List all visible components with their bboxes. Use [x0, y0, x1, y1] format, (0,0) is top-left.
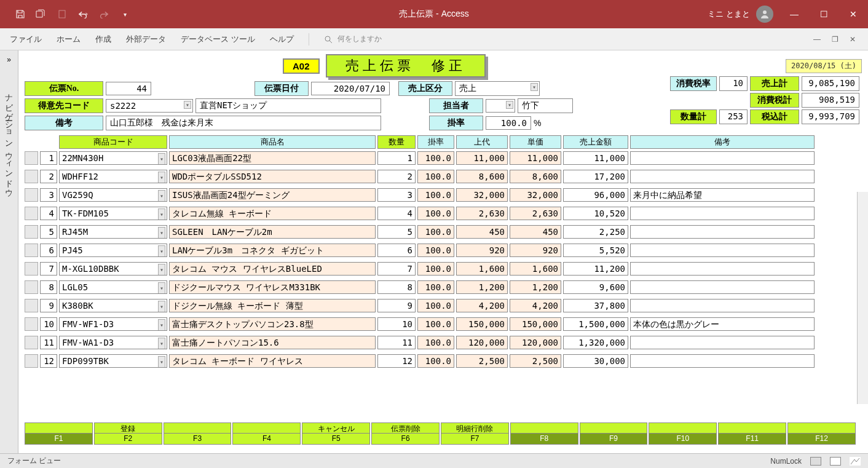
row-remark-field[interactable]	[630, 280, 815, 294]
fkey-label[interactable]	[25, 422, 93, 434]
list-price-field[interactable]: 4,200	[456, 299, 508, 312]
qty-field[interactable]: 7	[377, 262, 416, 276]
rate-field[interactable]: 100.0	[417, 354, 454, 368]
row-selector[interactable]	[25, 244, 38, 257]
ribbon-tab-home[interactable]: ホーム	[57, 34, 81, 45]
list-price-field[interactable]: 1,600	[456, 262, 508, 276]
product-name-field[interactable]: 富士痛デスクトップパソコン23.8型	[169, 317, 376, 331]
qty-field[interactable]: 12	[377, 354, 416, 368]
fkey-F9[interactable]: F9	[580, 434, 648, 445]
user-avatar-icon[interactable]	[756, 6, 773, 23]
row-selector[interactable]	[25, 280, 38, 294]
fkey-label[interactable]	[510, 422, 578, 434]
rate-field[interactable]: 100.0	[417, 151, 454, 165]
row-selector[interactable]	[25, 317, 38, 331]
ribbon-tab-external[interactable]: 外部データ	[126, 34, 166, 45]
tellme-search[interactable]: 何をしますか	[324, 34, 382, 44]
rep-code-field[interactable]: 5	[486, 99, 515, 113]
product-name-field[interactable]: ドジクール無線 キーボード 薄型	[169, 299, 376, 312]
product-code-field[interactable]: WDHFF12	[59, 170, 167, 183]
maximize-button[interactable]: ☐	[809, 0, 838, 28]
row-remark-field[interactable]	[630, 207, 815, 220]
unit-price-field[interactable]: 120,000	[510, 336, 561, 349]
navpane-toggle-icon[interactable]: »	[7, 55, 11, 64]
qty-field[interactable]: 3	[377, 188, 416, 202]
ribbon-tab-create[interactable]: 作成	[95, 34, 111, 45]
fkey-label[interactable]: 登録	[94, 422, 162, 434]
qty-field[interactable]: 6	[377, 244, 416, 257]
fkey-F4[interactable]: F4	[232, 434, 301, 445]
qty-field[interactable]: 9	[377, 299, 416, 312]
product-code-field[interactable]: K380BK	[59, 299, 167, 312]
navigation-pane[interactable]: » ナビゲーション ウィンドウ	[0, 50, 18, 453]
ribbon-tab-help[interactable]: ヘルプ	[270, 34, 294, 45]
save-icon[interactable]	[15, 9, 26, 20]
row-remark-field[interactable]: 本体の色は黒かグレー	[630, 317, 815, 331]
rate-field[interactable]: 100.0	[417, 244, 454, 257]
rate-field[interactable]: 100.0	[417, 317, 454, 331]
rate-field[interactable]: 100.0	[417, 207, 454, 220]
fkey-label[interactable]	[164, 422, 232, 434]
row-remark-field[interactable]	[630, 151, 815, 165]
product-name-field[interactable]: タレコム マウス ワイヤレスBlueLED	[169, 262, 376, 276]
fkey-label[interactable]	[718, 422, 786, 434]
fkey-F11[interactable]: F11	[718, 434, 786, 445]
rate-field[interactable]: 100.0	[417, 280, 454, 294]
product-name-field[interactable]: WDDポータブルSSD512	[169, 170, 376, 183]
rep-name-field[interactable]: 竹下	[518, 98, 573, 113]
row-remark-field[interactable]	[630, 299, 815, 312]
ribbon-tab-dbtools[interactable]: データベース ツール	[181, 34, 255, 45]
customer-code-field[interactable]: s2222	[106, 99, 193, 113]
remark-field[interactable]: 山口五郎様 残金は来月末	[106, 116, 381, 130]
fkey-F1[interactable]: F1	[25, 434, 93, 445]
qty-field[interactable]: 5	[377, 225, 416, 239]
fkey-F3[interactable]: F3	[164, 434, 232, 445]
list-price-field[interactable]: 2,500	[456, 354, 508, 368]
product-code-field[interactable]: PJ45	[59, 244, 167, 257]
product-code-field[interactable]: FMV-WF1-D3	[59, 317, 167, 331]
unit-price-field[interactable]: 32,000	[510, 188, 561, 202]
row-remark-field[interactable]	[630, 225, 815, 239]
product-code-field[interactable]: M-XGL10DBBK	[59, 262, 167, 276]
list-price-field[interactable]: 11,000	[456, 151, 508, 165]
close-button[interactable]: ✕	[838, 0, 868, 28]
fkey-F7[interactable]: F7	[441, 434, 509, 445]
rate-field[interactable]: 100.0	[417, 225, 454, 239]
ribbon-restore-button[interactable]: ❐	[832, 35, 838, 44]
list-price-field[interactable]: 120,000	[456, 336, 508, 349]
row-selector[interactable]	[25, 262, 38, 276]
product-name-field[interactable]: ドジクールマウス ワイヤレスM331BK	[169, 280, 376, 294]
slip-date-field[interactable]: 2020/07/10	[311, 82, 390, 95]
qat-dropdown-icon[interactable]: ▾	[119, 9, 130, 20]
fkey-label[interactable]	[580, 422, 648, 434]
fkey-label[interactable]	[787, 422, 856, 434]
unit-price-field[interactable]: 2,630	[510, 207, 561, 220]
save-all-icon[interactable]	[36, 9, 47, 20]
product-name-field[interactable]: LANケーブル3m コネクタ ギガビット	[169, 244, 376, 257]
redo-icon[interactable]	[98, 9, 109, 20]
fkey-F10[interactable]: F10	[649, 434, 717, 445]
row-remark-field[interactable]	[630, 354, 815, 368]
product-code-field[interactable]: TK-FDM105	[59, 207, 167, 220]
row-remark-field[interactable]: 来月中に納品希望	[630, 188, 815, 202]
row-remark-field[interactable]	[630, 244, 815, 257]
list-price-field[interactable]: 8,600	[456, 170, 508, 183]
list-price-field[interactable]: 2,630	[456, 207, 508, 220]
product-code-field[interactable]: FMV-WA1-D3	[59, 336, 167, 349]
product-code-field[interactable]: LGL05	[59, 280, 167, 294]
qty-field[interactable]: 10	[377, 317, 416, 331]
unit-price-field[interactable]: 450	[510, 225, 561, 239]
row-remark-field[interactable]	[630, 336, 815, 349]
unit-price-field[interactable]: 1,600	[510, 262, 561, 276]
list-price-field[interactable]: 32,000	[456, 188, 508, 202]
fkey-F6[interactable]: F6	[371, 434, 440, 445]
product-name-field[interactable]: 富士痛ノートパソコン15.6	[169, 336, 376, 349]
fkey-label[interactable]: 明細行削除	[441, 422, 509, 434]
qty-field[interactable]: 8	[377, 280, 416, 294]
unit-price-field[interactable]: 1,200	[510, 280, 561, 294]
row-selector[interactable]	[25, 188, 38, 202]
customer-name-field[interactable]: 直営NETショップ	[195, 98, 381, 113]
list-price-field[interactable]: 150,000	[456, 317, 508, 331]
product-name-field[interactable]: LGC03液晶画面22型	[169, 151, 376, 165]
rate-field[interactable]: 100.0	[486, 116, 531, 130]
